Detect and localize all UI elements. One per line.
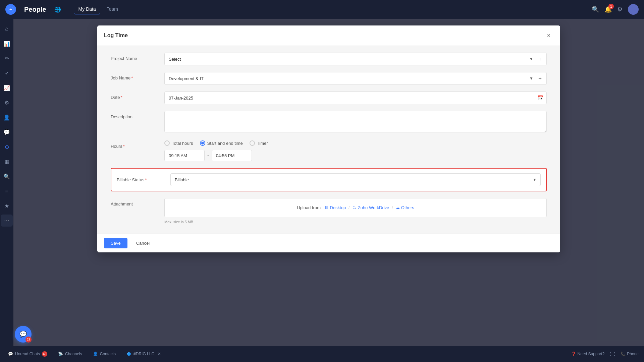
- drig-llc-icon: 🔷: [126, 352, 131, 356]
- cancel-button[interactable]: Cancel: [131, 238, 155, 248]
- time-inputs: -: [164, 150, 547, 161]
- sidebar-item-person[interactable]: 👤: [1, 111, 13, 123]
- need-support-label: Need Support?: [578, 352, 605, 356]
- hours-row: Hours* Total hours Start and end time: [111, 140, 547, 161]
- search-nav-icon[interactable]: 🔍: [592, 6, 599, 13]
- sidebar-item-search[interactable]: 🔍: [1, 170, 13, 182]
- job-name-control: Development & IT ▼ ＋: [164, 72, 547, 85]
- sidebar-item-check[interactable]: ✓: [1, 67, 13, 79]
- save-button[interactable]: Save: [104, 238, 127, 248]
- sidebar: ⌂ 📊 ✏ ✓ 📈 ⚙ 👤 💬 ⊙ ▦ 🔍 ≡ ★ ⋯: [0, 19, 13, 346]
- attachment-control: Upload from 🖥 Desktop / 🗂 Zoho WorkDrive…: [164, 198, 547, 224]
- upload-workdrive-icon: 🗂: [352, 205, 357, 210]
- description-textarea[interactable]: [164, 111, 547, 132]
- timer-option[interactable]: Timer: [250, 140, 268, 146]
- total-hours-label: Total hours: [172, 141, 193, 146]
- start-end-time-option[interactable]: Start and end time: [200, 140, 243, 146]
- taskbar-contacts[interactable]: 👤 Contacts: [90, 350, 118, 358]
- attachment-area: Upload from 🖥 Desktop / 🗂 Zoho WorkDrive…: [164, 198, 547, 217]
- start-end-time-radio[interactable]: [200, 140, 205, 146]
- sidebar-item-star[interactable]: ★: [1, 200, 13, 212]
- taskbar-channels[interactable]: 📡 Channels: [55, 350, 85, 358]
- sidebar-item-table[interactable]: ▦: [1, 156, 13, 168]
- description-control: [164, 111, 547, 134]
- max-size-label: Max. size is 5 MB: [164, 220, 547, 224]
- upload-links: Upload from 🖥 Desktop / 🗂 Zoho WorkDrive…: [171, 205, 540, 210]
- app-logo[interactable]: [5, 4, 16, 15]
- date-label: Date*: [111, 92, 164, 100]
- phone-label: Phone: [627, 352, 639, 356]
- billable-status-control: Billable Non-Billable ▼: [170, 173, 541, 186]
- navbar-link-my-data[interactable]: My Data: [74, 4, 100, 14]
- sidebar-item-chart[interactable]: 📊: [1, 38, 13, 50]
- time-dash: -: [207, 153, 209, 158]
- modal-header: Log Time ×: [97, 25, 560, 46]
- channels-label: Channels: [65, 352, 82, 356]
- date-input[interactable]: [164, 92, 547, 104]
- description-row: Description: [111, 111, 547, 134]
- sidebar-item-settings[interactable]: ⚙: [1, 97, 13, 109]
- billable-required: *: [145, 177, 147, 182]
- channels-icon: 📡: [58, 352, 63, 356]
- chat-badge: 23: [25, 337, 32, 343]
- total-hours-option[interactable]: Total hours: [164, 140, 193, 146]
- timer-radio[interactable]: [250, 140, 255, 146]
- taskbar-drig-llc[interactable]: 🔷 #DRIG LLC ✕: [124, 350, 164, 358]
- modal-close-button[interactable]: ×: [544, 31, 553, 40]
- job-name-required: *: [131, 75, 133, 80]
- others-upload-link[interactable]: Others: [401, 205, 414, 210]
- job-name-add-button[interactable]: ＋: [536, 74, 544, 82]
- job-name-row: Job Name* Development & IT ▼ ＋: [111, 72, 547, 85]
- settings-icon[interactable]: ⚙: [617, 6, 623, 13]
- modal-footer: Save Cancel: [97, 234, 560, 252]
- attachment-row: Attachment Upload from 🖥 Desktop / 🗂 Zoh…: [111, 198, 547, 224]
- sidebar-item-user-circle[interactable]: ⊙: [1, 141, 13, 153]
- unread-chats-icon: 💬: [8, 352, 13, 356]
- sidebar-item-analytics[interactable]: 📈: [1, 82, 13, 94]
- job-name-select[interactable]: Development & IT: [164, 72, 547, 85]
- phone-icon: 📞: [621, 352, 626, 356]
- end-time-input[interactable]: [212, 150, 252, 161]
- apps-grid-item[interactable]: ⋮⋮: [608, 352, 616, 356]
- hours-required: *: [123, 144, 125, 149]
- drig-llc-close[interactable]: ✕: [158, 352, 161, 356]
- navbar-link-team[interactable]: Team: [103, 4, 122, 14]
- sidebar-item-chat[interactable]: 💬: [1, 126, 13, 138]
- globe-icon[interactable]: 🌐: [54, 6, 61, 13]
- unread-chats-label: Unread Chats: [15, 352, 40, 356]
- need-support-icon: ❓: [571, 352, 576, 356]
- contacts-icon: 👤: [93, 352, 98, 356]
- chat-widget[interactable]: 💬 23: [15, 326, 32, 343]
- total-hours-radio[interactable]: [164, 140, 170, 146]
- taskbar-right: ❓ Need Support? ⋮⋮ 📞 Phone: [571, 352, 639, 356]
- contacts-label: Contacts: [100, 352, 116, 356]
- start-time-input[interactable]: [164, 150, 205, 161]
- project-name-select[interactable]: Select: [164, 53, 547, 65]
- sidebar-item-more[interactable]: ⋯: [1, 215, 13, 227]
- phone-item[interactable]: 📞 Phone: [621, 352, 639, 356]
- upload-from-label: Upload from: [297, 205, 321, 210]
- desktop-upload-link[interactable]: Desktop: [330, 205, 346, 210]
- notification-badge: 1: [608, 4, 614, 9]
- sidebar-item-home[interactable]: ⌂: [1, 23, 13, 35]
- modal-body: Project Name Select ▼ ＋ Job Name*: [97, 46, 560, 234]
- billable-status-select[interactable]: Billable Non-Billable: [170, 173, 541, 186]
- taskbar-unread-chats[interactable]: 💬 Unread Chats 40: [5, 350, 50, 358]
- timer-label: Timer: [257, 141, 268, 146]
- workdrive-upload-link[interactable]: Zoho WorkDrive: [358, 205, 389, 210]
- modal-overlay: Log Time × Project Name Select ▼ ＋: [13, 19, 644, 346]
- avatar[interactable]: [628, 4, 639, 15]
- date-control: 📅: [164, 92, 547, 104]
- need-support-item[interactable]: ❓ Need Support?: [571, 352, 605, 356]
- sidebar-item-edit[interactable]: ✏: [1, 52, 13, 64]
- hours-control: Total hours Start and end time Timer: [164, 140, 547, 161]
- notification-icon[interactable]: 🔔 1: [604, 6, 612, 13]
- project-name-add-button[interactable]: ＋: [536, 55, 544, 63]
- sidebar-item-list[interactable]: ≡: [1, 185, 13, 197]
- apps-grid-icon: ⋮⋮: [608, 352, 616, 356]
- unread-chats-badge: 40: [42, 351, 47, 357]
- billable-status-label: Billable Status*: [117, 177, 170, 182]
- project-name-label: Project Name: [111, 53, 164, 61]
- navbar-right: 🔍 🔔 1 ⚙: [592, 4, 639, 15]
- app-title: People: [24, 6, 46, 13]
